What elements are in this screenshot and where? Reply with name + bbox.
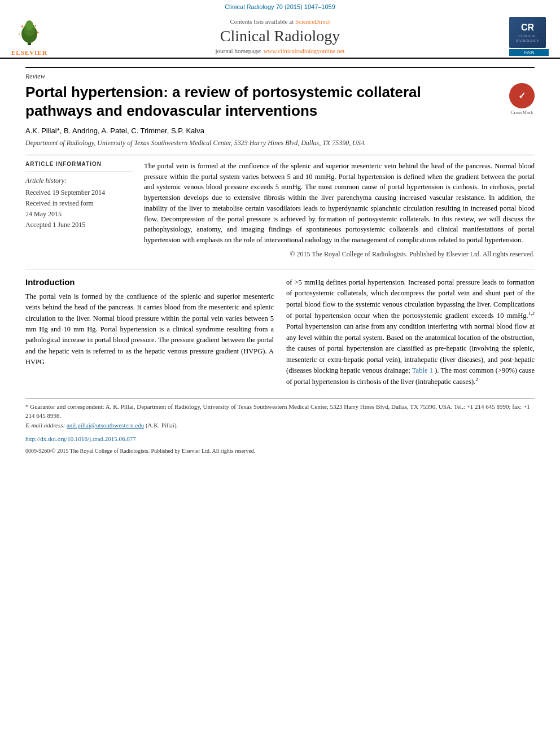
ref-2: 2 [475, 377, 478, 382]
introduction-body-right: of >5 mmHg defines portal hypertension. … [286, 277, 535, 388]
bottom-bar: 0009-9260/© 2015 The Royal College of Ra… [25, 448, 535, 454]
article-title: Portal hypertension: a review of portosy… [25, 83, 488, 120]
review-label: Review [25, 67, 535, 81]
email-suffix: (A.K. Pillai). [146, 422, 178, 429]
journal-center: Contents lists available at ScienceDirec… [11, 18, 549, 54]
title-area: Portal hypertension: a review of portosy… [25, 83, 535, 120]
abstract-body: The portal vein is formed at the conflue… [144, 162, 535, 244]
homepage-url[interactable]: www.clinicalradiologyonline.net [263, 47, 344, 54]
footnote-guarantor: * Guarantor and correspondent: A. K. Pil… [25, 402, 535, 421]
crossmark-label: CrossMark [509, 110, 535, 115]
footnote-section: * Guarantor and correspondent: A. K. Pil… [25, 398, 535, 430]
section-divider-1 [25, 269, 535, 269]
content-wrapper: Review Portal hypertension: a review of … [0, 59, 560, 462]
article-info-label: ARTICLE INFORMATION [25, 161, 133, 167]
abstract-text: The portal vein is formed at the conflue… [144, 161, 535, 246]
svg-text:✦: ✦ [34, 24, 37, 28]
email-link[interactable]: anil.pillai@utsouthwestern.edu [67, 422, 144, 429]
abstract-col: The portal vein is formed at the conflue… [144, 161, 535, 259]
doi-section: http://dx.doi.org/10.1016/j.crad.2015.06… [25, 434, 535, 443]
svg-text:✦: ✦ [18, 33, 20, 36]
cr-logo-box: CR CLINICAL RADIOLOGY [509, 17, 546, 48]
revised-date: Received in revised form24 May 2015 [25, 198, 133, 220]
authors: A.K. Pillai*, B. Andring, A. Patel, C. T… [25, 126, 535, 135]
journal-homepage: journal homepage: www.clinicalradiologyo… [11, 47, 549, 54]
intro-right-p1: of >5 mmHg defines portal hypertension. … [286, 278, 535, 320]
introduction-two-col: Introduction The portal vein is formed b… [25, 277, 535, 392]
article-info-abstract: ARTICLE INFORMATION Article history: Rec… [25, 161, 535, 259]
sciencedirect-link[interactable]: ScienceDirect [295, 18, 330, 25]
crossmark-container: ✓ CrossMark [509, 83, 535, 115]
ref-1-2: 1,2 [528, 311, 535, 316]
elsevier-tree-icon: ✦ ✦ ✦ ✦ [12, 17, 46, 48]
crossmark-icon: ✓ [509, 83, 535, 108]
top-citation-bar: Clinical Radiology 70 (2015) 1047–1059 [0, 0, 560, 12]
issn-bar: ISSN [509, 49, 549, 56]
copyright-line: © 2015 The Royal College of Radiologists… [144, 250, 535, 259]
article-info-col: ARTICLE INFORMATION Article history: Rec… [25, 161, 133, 259]
svg-text:✓: ✓ [518, 91, 526, 101]
doi-link[interactable]: http://dx.doi.org/10.1016/j.crad.2015.06… [25, 435, 136, 442]
svg-point-3 [25, 20, 33, 30]
intro-left-p1: The portal vein is formed by the conflue… [25, 292, 274, 366]
svg-text:✦: ✦ [36, 30, 40, 35]
introduction-right: of >5 mmHg defines portal hypertension. … [286, 277, 535, 392]
citation-text: Clinical Radiology 70 (2015) 1047–1059 [225, 3, 335, 10]
journal-title: Clinical Radiology [11, 27, 549, 45]
email-label: E-mail address: [25, 422, 65, 429]
authors-text: A.K. Pillai*, B. Andring, A. Patel, C. T… [25, 126, 204, 135]
svg-text:✦: ✦ [20, 24, 24, 29]
introduction-section: Introduction The portal vein is formed b… [25, 277, 535, 392]
affiliation: Department of Radiology, University of T… [25, 138, 535, 148]
footnote-email: E-mail address: anil.pillai@utsouthweste… [25, 421, 535, 430]
introduction-left: Introduction The portal vein is formed b… [25, 277, 274, 392]
accepted-date: Accepted 1 June 2015 [25, 220, 133, 230]
article-history-label: Article history: [25, 177, 133, 185]
table-1-link[interactable]: Table 1 [412, 366, 433, 374]
journal-logo-right: CR CLINICAL RADIOLOGY ISSN [509, 17, 549, 56]
elsevier-name: ELSEVIER [11, 49, 47, 56]
introduction-body-left: The portal vein is formed by the conflue… [25, 291, 274, 368]
elsevier-logo: ✦ ✦ ✦ ✦ ELSEVIER [11, 17, 47, 56]
homepage-label: journal homepage: [215, 47, 261, 54]
received-date: Received 19 September 2014 [25, 187, 133, 198]
divider-1 [25, 155, 535, 155]
introduction-title: Introduction [25, 277, 274, 287]
journal-header: ✦ ✦ ✦ ✦ ELSEVIER Contents lists availabl… [0, 12, 560, 59]
contents-label: Contents lists available at ScienceDirec… [11, 18, 549, 25]
